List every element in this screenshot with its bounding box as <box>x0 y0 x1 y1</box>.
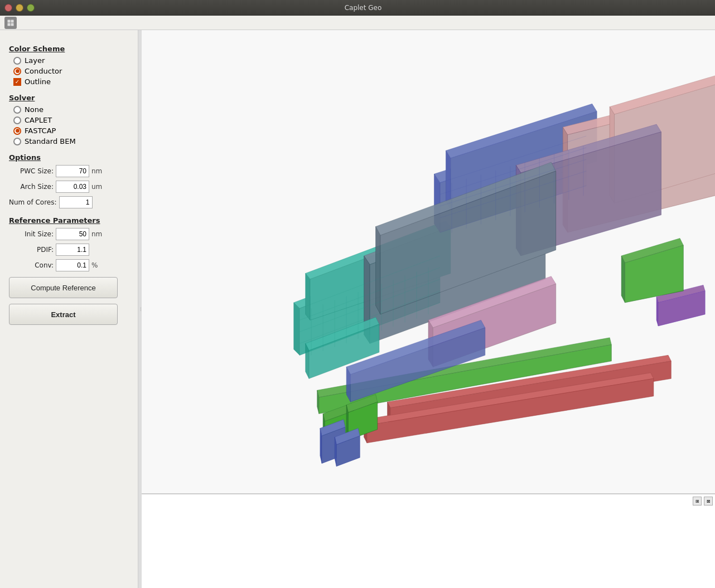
pwc-size-label: PWC Size: <box>9 167 54 175</box>
init-size-row: Init Size: nm <box>9 228 129 240</box>
minimize-button[interactable] <box>16 4 23 12</box>
solver-caplet-radio[interactable] <box>13 116 21 124</box>
solver-none-row[interactable]: None <box>13 105 129 114</box>
solver-none-radio[interactable] <box>13 106 21 114</box>
3d-visualization <box>142 30 715 493</box>
pdif-label: PDIF: <box>9 246 54 254</box>
options-title: Options <box>9 153 129 162</box>
color-scheme-conductor-row[interactable]: Conductor <box>13 67 129 75</box>
pwc-size-row: PWC Size: nm <box>9 165 129 177</box>
conv-input[interactable] <box>56 259 89 271</box>
svg-marker-17 <box>294 303 299 355</box>
color-scheme-title: Color Scheme <box>9 45 129 53</box>
num-cores-input[interactable] <box>59 196 93 208</box>
solver-fastcap-radio[interactable] <box>13 127 21 135</box>
extract-button[interactable]: Extract <box>9 304 118 325</box>
solver-standard-bem-row[interactable]: Standard BEM <box>13 137 129 145</box>
svg-marker-20 <box>306 273 310 320</box>
bottom-panel-icons: ⊞ ⊠ <box>693 497 713 506</box>
expand-icon[interactable]: ⊞ <box>693 497 702 506</box>
maximize-button[interactable] <box>27 4 35 12</box>
color-scheme-conductor-label: Conductor <box>25 67 62 75</box>
compute-reference-button[interactable]: Compute Reference <box>9 277 118 298</box>
pwc-size-unit: nm <box>91 167 103 175</box>
color-scheme-outline-checkbox[interactable] <box>13 78 21 86</box>
pdif-row: PDIF: <box>9 244 129 256</box>
solver-standard-bem-radio[interactable] <box>13 138 21 145</box>
num-cores-label: Num of Cores: <box>9 198 57 206</box>
main-content: Color Scheme Layer Conductor <box>0 30 715 588</box>
app-window: Color Scheme Layer Conductor <box>0 16 715 588</box>
color-scheme-conductor-radio[interactable] <box>13 67 21 75</box>
color-scheme-layer-radio[interactable] <box>13 57 21 65</box>
solver-section: Solver None CAPLET <box>9 94 129 145</box>
init-size-label: Init Size: <box>9 230 54 238</box>
svg-marker-44 <box>376 227 380 314</box>
menubar <box>0 16 715 30</box>
right-panel: ⊞ ⊠ <box>142 30 715 588</box>
bottom-panel: ⊞ ⊠ <box>142 493 715 588</box>
solver-standard-bem-label: Standard BEM <box>25 137 76 145</box>
color-scheme-outline-row[interactable]: Outline <box>13 77 129 86</box>
arch-size-row: Arch Size: um <box>9 181 129 193</box>
app-icon <box>4 17 17 29</box>
solver-title: Solver <box>9 94 129 102</box>
solver-options: None CAPLET FASTCAP Standa <box>13 105 129 145</box>
arch-size-label: Arch Size: <box>9 183 54 191</box>
options-section: Options PWC Size: nm Arch Size: um Num o… <box>9 153 129 208</box>
pwc-size-input[interactable] <box>56 165 89 177</box>
3d-viewport[interactable] <box>142 30 715 493</box>
close-button[interactable] <box>4 4 12 12</box>
pdif-input[interactable] <box>56 244 89 256</box>
color-scheme-outline-label: Outline <box>25 77 51 86</box>
num-cores-row: Num of Cores: <box>9 196 129 208</box>
init-size-input[interactable] <box>56 228 89 240</box>
reference-params-title: Reference Parameters <box>9 216 129 225</box>
solver-fastcap-label: FASTCAP <box>25 127 56 135</box>
color-scheme-section: Color Scheme Layer Conductor <box>9 45 129 86</box>
color-scheme-layer-row[interactable]: Layer <box>13 56 129 65</box>
close-panel-icon[interactable]: ⊠ <box>704 497 713 506</box>
titlebar: Caplet Geo <box>0 0 715 16</box>
svg-marker-38 <box>621 256 625 303</box>
color-scheme-options: Layer Conductor Outline <box>13 56 129 86</box>
color-scheme-layer-label: Layer <box>25 56 45 65</box>
solver-fastcap-row[interactable]: FASTCAP <box>13 127 129 135</box>
conv-label: Conv: <box>9 261 54 269</box>
solver-caplet-row[interactable]: CAPLET <box>13 116 129 124</box>
reference-params-section: Reference Parameters Init Size: nm PDIF:… <box>9 216 129 271</box>
conv-unit: % <box>91 261 103 269</box>
window-title: Caplet Geo <box>38 4 688 12</box>
solver-caplet-label: CAPLET <box>25 116 52 124</box>
conv-row: Conv: % <box>9 259 129 271</box>
arch-size-unit: um <box>91 183 103 191</box>
init-size-unit: nm <box>91 230 103 238</box>
arch-size-input[interactable] <box>56 181 89 193</box>
left-panel: Color Scheme Layer Conductor <box>0 30 138 588</box>
solver-none-label: None <box>25 105 44 114</box>
